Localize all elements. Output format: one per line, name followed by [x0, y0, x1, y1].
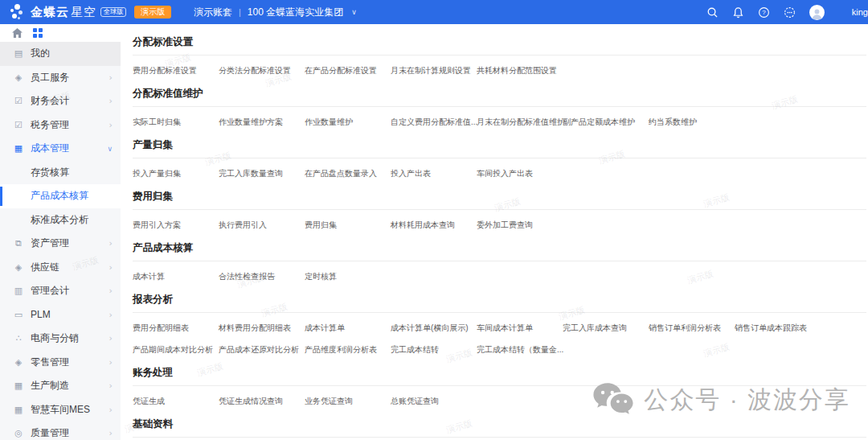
chevron-down-icon[interactable]: ∨	[351, 8, 357, 16]
chevron-right-icon: ›	[109, 357, 113, 368]
menu-entry[interactable]: 销售订单利润分析表	[649, 323, 735, 333]
avatar[interactable]	[809, 5, 825, 20]
menu-entry[interactable]: 成本计算单	[305, 323, 391, 333]
chevron-right-icon: ›	[109, 310, 113, 320]
sidebar-item-3[interactable]: ☑税务管理›	[0, 113, 121, 138]
menu-entry[interactable]: 副产品定额成本维护	[563, 117, 649, 127]
brand-name-suffix: 星空	[71, 5, 96, 20]
menu-entry[interactable]: 凭证生成情况查询	[219, 397, 305, 406]
bell-icon[interactable]	[732, 6, 744, 19]
sidebar-item-9[interactable]: ◈供应链›	[0, 256, 121, 280]
menu-entry[interactable]: 自定义费用分配标准值...	[391, 117, 477, 127]
menu-entry[interactable]: 完工成本结转（数量金...	[477, 345, 563, 355]
sidebar-item-label: 成本管理	[31, 142, 107, 155]
app-header: 金蝶云 星空 全球版 演示版 演示账套 | 100 金蝶蓝海实业集团 ∨ ? k…	[0, 0, 868, 24]
cost-management-icon: ▦	[13, 143, 24, 154]
menu-entry[interactable]: 共耗材料分配范围设置	[477, 66, 563, 76]
sidebar-item-15[interactable]: ▦智慧车间MES›	[0, 398, 121, 422]
menu-entry[interactable]: 定时核算	[305, 272, 391, 282]
section-menu-grid: 成本计算合法性检查报告定时核算	[133, 261, 868, 285]
org-selector[interactable]: 100 金蝶蓝海实业集团	[248, 6, 343, 19]
menu-entry[interactable]: 作业数量维护	[305, 117, 391, 127]
chevron-right-icon: ›	[109, 120, 113, 130]
search-icon[interactable]	[706, 6, 719, 19]
menu-entry[interactable]: 月末在制计算规则设置	[391, 66, 477, 76]
sidebar-item-14[interactable]: ▦生产制造›	[0, 374, 121, 398]
section-title: 分配标准设置	[133, 35, 868, 48]
menu-entry[interactable]: 车间投入产出表	[477, 169, 563, 179]
menu-entry[interactable]: 费用分配标准设置	[133, 66, 219, 76]
menu-entry[interactable]: 合法性检查报告	[219, 272, 305, 282]
chevron-right-icon: ›	[109, 238, 113, 249]
sidebar-item-0[interactable]: ▤我的	[0, 42, 121, 66]
menu-entry[interactable]: 在产品盘点数量录入	[305, 169, 391, 179]
user-name[interactable]: king	[838, 7, 868, 17]
sidebar-item-label: 电商与分销	[31, 331, 109, 345]
menu-entry[interactable]: 材料费用分配明细表	[219, 323, 305, 333]
menu-entry[interactable]: 实际工时归集	[133, 117, 219, 127]
menu-entry[interactable]: 材料耗用成本查询	[391, 220, 477, 230]
home-icon[interactable]	[12, 28, 23, 38]
module-menu-content: 分配标准设置费用分配标准设置分类法分配标准设置在产品分配标准设置月末在制计算规则…	[121, 24, 868, 440]
sidebar-subitem-6[interactable]: 产品成本核算	[0, 184, 121, 208]
menu-entry[interactable]: 凭证生成	[133, 397, 219, 406]
quality-management-icon: ◎	[13, 428, 24, 438]
menu-entry[interactable]: 投入产出表	[391, 169, 477, 179]
menu-entry[interactable]: 完工入库数量查询	[219, 169, 305, 179]
sidebar-subitem-7[interactable]: 标准成本分析	[0, 208, 121, 232]
left-column: ▤我的◈员工服务›☑财务会计›☑税务管理›▦成本管理∨存货核算产品成本核算标准成…	[0, 24, 121, 440]
sidebar-item-label: 我的	[31, 47, 113, 60]
assistant-icon[interactable]	[784, 6, 796, 19]
menu-entry[interactable]: 约当系数维护	[649, 117, 735, 127]
sidebar-item-10[interactable]: ▥管理会计›	[0, 279, 121, 303]
my-workbench-icon: ▤	[13, 48, 24, 59]
menu-entry[interactable]: 费用分配明细表	[133, 323, 219, 333]
apps-grid-icon[interactable]	[33, 28, 43, 38]
menu-entry[interactable]: 产品成本还原对比分析	[219, 345, 305, 355]
sidebar-item-11[interactable]: ▭PLM›	[0, 303, 121, 327]
sidebar-item-8[interactable]: ⧉资产管理›	[0, 232, 121, 256]
sidebar-item-13[interactable]: ◈零售管理›	[0, 351, 121, 375]
sidebar-subitem-label: 存货核算	[31, 166, 69, 179]
sidebar-item-2[interactable]: ☑财务会计›	[0, 89, 121, 113]
section-menu-grid: 费用分配明细表材料费用分配明细表成本计算单成本计算单(横向展示)车间成本计算单完…	[133, 313, 868, 358]
menu-entry[interactable]: 分类法分配标准设置	[219, 66, 305, 76]
ecommerce-distribution-icon: ∴	[13, 333, 24, 343]
sidebar-item-label: 税务管理	[31, 118, 109, 132]
section-4: 产品成本核算成本计算合法性检查报告定时核算	[133, 233, 868, 285]
sidebar-item-label: 质量管理	[31, 426, 109, 440]
menu-entry[interactable]: 委外加工费查询	[477, 220, 563, 230]
help-icon[interactable]: ?	[758, 6, 770, 19]
section-menu-grid: 费用引入方案执行费用引入费用归集材料耗用成本查询委外加工费查询	[133, 210, 868, 233]
section-5: 报表分析费用分配明细表材料费用分配明细表成本计算单成本计算单(横向展示)车间成本…	[133, 285, 868, 358]
menu-entry[interactable]: 产品维度利润分析表	[305, 345, 391, 355]
sidebar-subitem-5[interactable]: 存货核算	[0, 161, 121, 185]
sidebar-item-1[interactable]: ◈员工服务›	[0, 66, 121, 90]
section-2: 产量归集投入产量归集完工入库数量查询在产品盘点数量录入投入产出表车间投入产出表	[133, 130, 868, 182]
menu-entry[interactable]: 执行费用引入	[219, 220, 305, 230]
section-title: 账务处理	[133, 366, 868, 379]
menu-entry[interactable]: 作业数量维护方案	[219, 117, 305, 127]
production-manufacturing-icon: ▦	[13, 380, 24, 391]
menu-entry[interactable]: 在产品分配标准设置	[305, 66, 391, 76]
menu-entry[interactable]: 销售订单成本跟踪表	[735, 323, 821, 333]
tab-strip	[0, 24, 121, 42]
menu-entry[interactable]: 费用归集	[305, 220, 391, 230]
menu-entry[interactable]: 费用引入方案	[133, 220, 219, 230]
menu-entry[interactable]: 车间成本计算单	[477, 323, 563, 333]
menu-entry[interactable]: 业务凭证查询	[305, 397, 391, 406]
menu-entry[interactable]: 月末在制分配标准值维护	[477, 117, 563, 127]
menu-entry[interactable]: 完工成本结转	[391, 345, 477, 355]
menu-entry[interactable]: 产品期间成本对比分析	[133, 345, 219, 355]
sidebar-item-4[interactable]: ▦成本管理∨	[0, 137, 121, 161]
menu-entry[interactable]: 总账凭证查询	[391, 397, 477, 406]
sidebar-item-label: 零售管理	[31, 356, 109, 369]
menu-entry[interactable]: 成本计算单(横向展示)	[391, 323, 477, 333]
menu-entry[interactable]: 投入产量归集	[133, 169, 219, 179]
chevron-down-icon: ∨	[107, 145, 113, 153]
menu-entry[interactable]: 完工入库成本查询	[563, 323, 649, 333]
sidebar-item-label: 财务会计	[31, 94, 109, 108]
menu-entry[interactable]: 成本计算	[133, 272, 219, 282]
sidebar-item-12[interactable]: ∴电商与分销›	[0, 327, 121, 351]
sidebar-item-16[interactable]: ◎质量管理›	[0, 421, 121, 440]
